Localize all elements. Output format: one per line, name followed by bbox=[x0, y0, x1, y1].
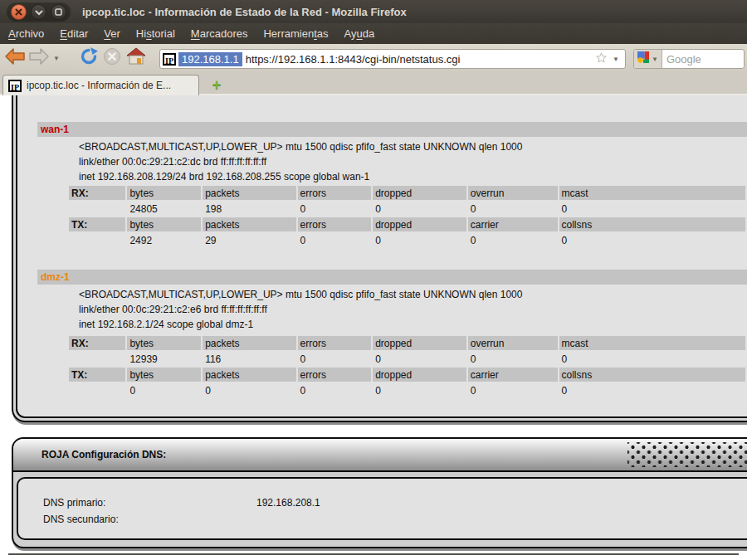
window-close-button[interactable] bbox=[11, 4, 27, 20]
window-maximize-button[interactable] bbox=[51, 4, 66, 20]
table-value-cell: 116 bbox=[203, 352, 295, 366]
titlebar: ipcop.tic.loc - Información de Estado de… bbox=[0, 0, 747, 23]
table-value-cell: 0 bbox=[559, 383, 745, 397]
table-value-cell: 2492 bbox=[127, 233, 201, 247]
interface-flags: <BROADCAST,MULTICAST,UP,LOWER_UP> mtu 15… bbox=[79, 287, 747, 302]
table-header-cell: bytes bbox=[127, 217, 201, 231]
table-value-cell: 0 bbox=[559, 352, 745, 366]
table-row: RX: bytes packets errors dropped overrun… bbox=[69, 186, 745, 200]
table-header-cell: collsns bbox=[559, 217, 745, 231]
table-value-cell: 0 bbox=[468, 383, 558, 397]
table-value-cell: 0 bbox=[298, 233, 372, 247]
menu-ayuda[interactable]: Ayuda bbox=[344, 27, 375, 40]
plus-icon: + bbox=[212, 76, 222, 94]
back-icon bbox=[4, 47, 26, 69]
table-row: TX: bytes packets errors dropped carrier… bbox=[69, 368, 745, 382]
table-header-cell: dropped bbox=[373, 217, 466, 231]
rx-label: RX: bbox=[69, 186, 125, 200]
tab-title: ipcop.tic.loc - Información de E... bbox=[27, 80, 171, 91]
table-header-cell: collsns bbox=[559, 368, 745, 382]
dns-secondary-label: DNS secundario: bbox=[43, 512, 119, 527]
table-header-cell: bytes bbox=[127, 336, 201, 350]
window-controls bbox=[7, 2, 71, 22]
site-favicon-icon: IP bbox=[163, 53, 176, 66]
interface-flags: <BROADCAST,MULTICAST,UP,LOWER_UP> mtu 15… bbox=[79, 139, 747, 154]
search-box: ▼ bbox=[633, 49, 745, 69]
table-header-cell: carrier bbox=[468, 217, 558, 231]
dns-primary-label: DNS primario: bbox=[43, 495, 105, 510]
tabbar: IP ipcop.tic.loc - Información de E... + bbox=[0, 73, 747, 95]
table-row: 2492 29 0 0 0 0 bbox=[69, 233, 745, 247]
minimize-icon bbox=[35, 4, 43, 19]
forward-button[interactable] bbox=[27, 47, 51, 69]
google-icon bbox=[637, 51, 649, 66]
dns-panel-body: DNS primario: 192.168.208.1 DNS secundar… bbox=[17, 477, 747, 540]
history-dropdown-button[interactable]: ▼ bbox=[50, 47, 63, 69]
table-value-cell: 0 bbox=[298, 352, 372, 366]
table-value-cell: 0 bbox=[373, 202, 466, 216]
bookmark-star-icon[interactable] bbox=[595, 51, 608, 67]
table-header-cell: errors bbox=[298, 336, 372, 350]
back-button[interactable] bbox=[3, 47, 27, 69]
search-input[interactable] bbox=[662, 52, 738, 66]
url-input[interactable]: IP 192.168.1.1 https://192.168.1.1:8443/… bbox=[159, 49, 626, 69]
window-minimize-button[interactable] bbox=[31, 4, 46, 20]
table-header-cell: bytes bbox=[127, 186, 201, 200]
table-value-cell: 0 bbox=[373, 233, 466, 247]
table-value-cell: 29 bbox=[203, 233, 295, 247]
table-header-cell: overrun bbox=[468, 336, 558, 350]
table-row: 0 0 0 0 0 0 bbox=[69, 383, 745, 397]
stop-button[interactable] bbox=[100, 47, 124, 69]
interface-header-dmz: dmz-1 bbox=[37, 270, 747, 285]
stop-icon bbox=[103, 47, 121, 69]
table-value-cell: 0 bbox=[468, 352, 558, 366]
interface-inet: inet 192.168.2.1/24 scope global dmz-1 bbox=[79, 317, 747, 332]
search-engine-selector[interactable]: ▼ bbox=[634, 50, 662, 68]
dns-panel-header: ROJA Configuración DNS: bbox=[13, 439, 747, 472]
tx-label: TX: bbox=[69, 368, 125, 382]
menu-archivo[interactable]: Archivo bbox=[8, 27, 44, 40]
table-value-cell: 0 bbox=[298, 202, 372, 216]
maximize-icon bbox=[55, 4, 62, 19]
table-header-cell: bytes bbox=[127, 368, 201, 382]
interface-name: dmz-1 bbox=[41, 271, 70, 283]
new-tab-button[interactable]: + bbox=[208, 76, 226, 93]
home-button[interactable] bbox=[124, 47, 148, 69]
interface-name: wan-1 bbox=[41, 124, 69, 135]
url-dropdown-icon[interactable]: ▼ bbox=[613, 56, 619, 63]
table-header-cell: carrier bbox=[468, 368, 558, 382]
menu-marcadores[interactable]: Marcadores bbox=[191, 27, 248, 40]
reload-icon bbox=[79, 46, 99, 70]
table-value-cell: 0 bbox=[373, 352, 466, 366]
forward-icon bbox=[28, 47, 50, 69]
search-engine-dropdown-icon: ▼ bbox=[652, 56, 658, 63]
table-value-cell: 0 bbox=[559, 202, 745, 216]
close-icon bbox=[15, 4, 22, 19]
table-header-cell: dropped bbox=[373, 186, 466, 200]
url-selected-text: 192.168.1.1 bbox=[178, 52, 242, 66]
page-content: wan-1 <BROADCAST,MULTICAST,UP,LOWER_UP> … bbox=[0, 95, 747, 560]
table-header-cell: errors bbox=[298, 217, 372, 231]
menu-herramientas[interactable]: Herramientas bbox=[263, 27, 328, 40]
table-header-cell: mcast bbox=[559, 336, 745, 350]
table-value-cell: 0 bbox=[373, 383, 466, 397]
menu-ver[interactable]: Ver bbox=[104, 27, 120, 40]
table-row: 12939 116 0 0 0 0 bbox=[69, 352, 745, 366]
table-header-cell: mcast bbox=[559, 186, 745, 200]
dns-primary-value: 192.168.208.1 bbox=[256, 495, 320, 510]
table-header-cell: overrun bbox=[468, 186, 558, 200]
tab-favicon-icon: IP bbox=[8, 80, 22, 92]
table-header-cell: packets bbox=[203, 368, 295, 382]
table-header-cell: errors bbox=[298, 368, 372, 382]
table-row: 24805 198 0 0 0 0 bbox=[69, 202, 745, 216]
table-value-cell: 198 bbox=[203, 202, 295, 216]
reload-button[interactable] bbox=[77, 47, 100, 69]
dmz-stats-table: RX: bytes packets errors dropped overrun… bbox=[67, 334, 747, 399]
tab-netstatus[interactable]: IP ipcop.tic.loc - Información de E... bbox=[2, 75, 199, 95]
table-header-cell: dropped bbox=[373, 368, 466, 382]
menu-editar[interactable]: Editar bbox=[60, 27, 88, 40]
menu-historial[interactable]: Historial bbox=[136, 27, 175, 40]
interface-link: link/ether 00:0c:29:21:c2:dc brd ff:ff:f… bbox=[79, 154, 747, 169]
table-header-cell: packets bbox=[203, 217, 295, 231]
chevron-down-icon: ▼ bbox=[53, 55, 60, 62]
